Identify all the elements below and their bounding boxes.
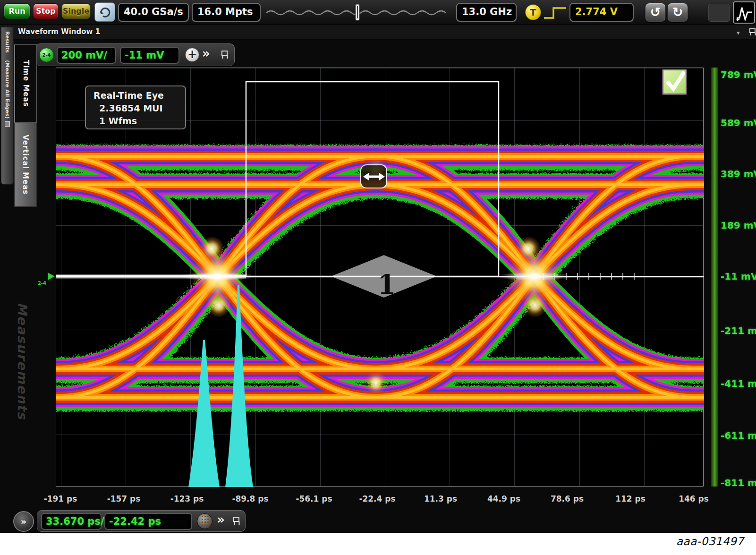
touch-screen-button[interactable] (94, 2, 115, 22)
x-axis-label: 11.3 ps (424, 494, 457, 504)
x-axis-label: -89.8 ps (232, 494, 268, 504)
y-axis-label: -211 mV (721, 325, 756, 336)
x-axis-label: 78.6 ps (551, 494, 584, 504)
horizontal-knob-icon[interactable] (197, 513, 212, 529)
tab-time-meas[interactable]: Time Meas (14, 44, 37, 123)
vertical-scale-field[interactable]: 200 mV/ (57, 47, 116, 64)
expand-chevrons-icon[interactable]: » (217, 512, 225, 527)
horizontal-scale-field[interactable]: 33.670 ps/ (41, 513, 102, 530)
horizontal-control-panel: 33.670 ps/ -22.42 ps » (37, 510, 246, 532)
y-axis-label: -411 mV (721, 378, 756, 389)
eye-diagram-plot[interactable]: 1 (56, 68, 704, 487)
eye-enabled-checkbox[interactable] (662, 69, 687, 95)
window-title: Waveform Window 1 (18, 27, 100, 36)
annotation-title: Real-Time Eye (93, 89, 185, 102)
sample-rate-field[interactable]: 40.0 GSa/s (118, 3, 189, 22)
y-axis-label: 189 mV (721, 220, 756, 231)
y-axis-label: 789 mV (721, 69, 756, 80)
y-axis-label: -811 mV (721, 477, 756, 488)
horizontal-drag-handle[interactable] (360, 164, 387, 188)
y-axis-label: 589 mV (721, 117, 756, 128)
expand-chevrons-icon[interactable]: » (202, 46, 210, 60)
pin-icon[interactable] (221, 50, 228, 60)
handle-slot (357, 6, 358, 18)
x-axis-label: -123 ps (170, 494, 204, 504)
horizontal-position-slider[interactable] (264, 3, 453, 21)
results-checkbox-icon[interactable] (5, 121, 10, 127)
channel-ground-marker-icon[interactable] (48, 273, 55, 280)
y-axis-label: -11 mV (721, 271, 756, 282)
trigger-edge-icon (543, 5, 569, 21)
waveform-window-titlebar (0, 25, 756, 40)
voltage-axis-bar (711, 68, 718, 487)
crossing-flare (495, 272, 573, 281)
window-dropdown-icon[interactable]: ▾ (737, 29, 740, 36)
channel-badge[interactable]: 2-4 (39, 48, 54, 62)
expand-panel-button[interactable]: » (13, 511, 34, 532)
memory-depth-field[interactable]: 16.0 Mpts (192, 3, 261, 22)
x-axis-label: -157 ps (107, 494, 141, 504)
results-tab[interactable]: Results (Measure All Edges) (1, 27, 14, 185)
crossing-flare (179, 272, 256, 281)
run-button[interactable]: Run (4, 3, 30, 19)
touch-refresh-icon (98, 5, 112, 19)
single-button[interactable]: Single (61, 3, 91, 19)
vertical-offset-field[interactable]: -11 mV (120, 47, 179, 64)
tab-vertical-meas-label: Vertical Meas (21, 135, 30, 195)
undo-button[interactable]: ↺ (645, 3, 666, 22)
y-axis-label: 389 mV (721, 168, 756, 179)
tab-time-meas-label: Time Meas (22, 60, 30, 107)
waveform-mode-button[interactable] (733, 1, 755, 24)
x-axis-label: 146 ps (679, 494, 709, 504)
pin-icon[interactable] (233, 516, 240, 526)
trigger-level-field[interactable]: 2.774 V (569, 3, 634, 22)
horizontal-position-field[interactable]: -22.42 ps (104, 513, 192, 530)
window-pin-icon[interactable] (749, 28, 756, 36)
annotation-mui: 2.36854 MUI (93, 102, 185, 115)
measurements-watermark: Measurements (15, 302, 30, 458)
x-axis-label: -22.4 ps (359, 494, 395, 504)
checkmark-icon (664, 71, 685, 93)
realtime-eye-annotation: Real-Time Eye 2.36854 MUI 1 Wfms (85, 85, 186, 129)
x-axis-label: 44.9 ps (487, 494, 520, 504)
trigger-badge[interactable]: T (525, 4, 541, 20)
stop-button[interactable]: Stop (33, 3, 59, 19)
x-axis-label: 112 ps (615, 494, 646, 504)
inactive-display-button[interactable] (708, 4, 730, 22)
horizontal-arrows-icon (363, 171, 385, 182)
add-channel-button[interactable]: + (185, 48, 199, 62)
channel-control-panel: 2-4 200 mV/ -11 mV + » (35, 43, 235, 66)
figure-id-label: aaa-031497 (676, 535, 744, 547)
y-axis-label: -611 mV (721, 430, 756, 441)
bandwidth-field[interactable]: 13.0 GHz (456, 3, 517, 22)
channel-ground-marker-label: 2-4 (38, 281, 46, 286)
diamond-marker-label: 1 (378, 269, 396, 300)
results-tab-label: Results (Measure All Edges) (4, 31, 10, 119)
annotation-wfms: 1 Wfms (93, 115, 185, 128)
x-axis-label: -56.1 ps (296, 494, 332, 504)
x-axis-label: -191 ps (44, 494, 77, 504)
redo-button[interactable]: ↻ (667, 3, 688, 22)
main-toolbar: Run Stop Single 40.0 GSa/s 16.0 Mpts 13.… (0, 0, 756, 25)
eye-diagram-canvas: 1 (56, 68, 704, 487)
tab-vertical-meas[interactable]: Vertical Meas (14, 123, 37, 207)
waveform-icon (735, 4, 753, 22)
